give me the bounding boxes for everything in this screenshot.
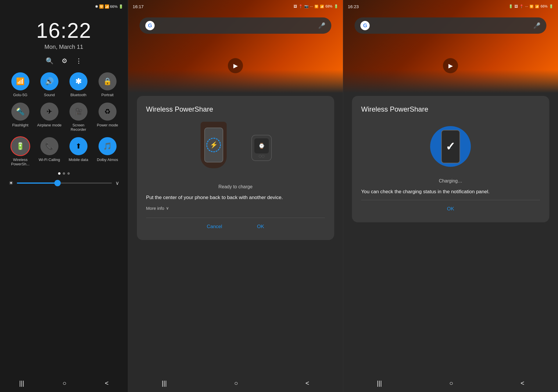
p2-search-bar[interactable]: G 🎤 (140, 17, 331, 34)
check-icon: ✓ (446, 140, 455, 153)
p2-notif-icons: 🖼 📍 📷 ··· 🛜 📶 68% 🔋 (294, 4, 338, 8)
hand-shape: ⚡ (201, 122, 227, 168)
search-icon[interactable]: 🔍 (46, 57, 53, 65)
power-mode-icon: ♻ (99, 103, 117, 121)
p3-wallpaper (343, 0, 558, 93)
tile-golu5g[interactable]: 📶 Golu-5G (7, 72, 33, 97)
mic-icon[interactable]: 🎤 (318, 22, 326, 29)
chevron-down-icon: ∨ (166, 206, 169, 210)
wps-charging-status: Charging… (439, 178, 462, 184)
tile-dolby-atmos[interactable]: 🎵 Dolby Atmos (94, 137, 121, 167)
p2-maps-icon: 📍 (298, 4, 303, 8)
page-dot-3[interactable] (67, 172, 70, 175)
tile-wireless-powershare[interactable]: 🔋 Wireless PowerSh... (7, 137, 33, 167)
p3-play-button[interactable]: ▶ (443, 58, 458, 73)
wps-illus-container: ⚡ ⌚ ◯◯ (198, 120, 273, 178)
p3-recents-button[interactable]: ||| (377, 380, 382, 387)
wps-dialog-buttons: Cancel OK (146, 218, 325, 233)
tile-flashlight[interactable]: 🔦 Flashlight (7, 103, 33, 132)
p2-home-button[interactable]: ○ (234, 380, 238, 387)
p3-navigation-bar: ||| ○ < (343, 375, 558, 392)
tile-portrait[interactable]: 🔒 Portrait (94, 72, 121, 97)
play-button[interactable]: ▶ (228, 58, 243, 73)
tile-power-mode[interactable]: ♻ Power mode (94, 103, 121, 132)
p3-home-button[interactable]: ○ (449, 380, 453, 387)
p3-search-bar[interactable]: G 🎤 (355, 17, 546, 34)
tile-mobile-data[interactable]: ⬆ Mobile data (65, 137, 92, 167)
sound-icon: 🔊 (40, 72, 58, 90)
wifi-calling-icon: 📞 (40, 137, 58, 155)
tile-bluetooth[interactable]: ✱ Bluetooth (65, 72, 92, 97)
charge-ring: ⚡ (206, 138, 221, 152)
p2-gallery2-icon: 📷 (304, 4, 309, 8)
p2-navigation-bar: ||| ○ < (128, 375, 343, 392)
airplane-icon: ✈ (40, 103, 58, 121)
brightness-icon: ☀ (9, 180, 13, 186)
flashlight-label: Flashlight (12, 123, 28, 128)
p3-battery-text: 66% (541, 4, 548, 8)
recents-button[interactable]: ||| (19, 380, 24, 387)
brightness-expand-icon[interactable]: ∨ (115, 180, 119, 186)
p2-recents-button[interactable]: ||| (162, 380, 167, 387)
bluetooth-status-icon: ✱ (95, 4, 98, 9)
tile-airplane[interactable]: ✈ Airplane mode (36, 103, 62, 132)
more-options-icon[interactable]: ⋮ (76, 57, 82, 65)
p3-signal-icon: 📶 (535, 5, 539, 8)
wps-status-text: Ready to charge (218, 184, 252, 189)
wps-ready-panel: 16:17 🖼 📍 📷 ··· 🛜 📶 68% 🔋 G 🎤 ▶ Wireless… (128, 0, 343, 392)
portrait-label: Portrait (101, 93, 114, 97)
back-button[interactable]: < (105, 380, 109, 387)
wps-charging-panel: 16:23 🔋 🖼 📍 ··· 🛜 📶 66% 🔋 G 🎤 ▶ Wireless… (343, 0, 558, 392)
p3-google-logo: G (360, 21, 370, 30)
wifi-calling-label: Wi-Fi Calling (39, 157, 60, 162)
navigation-bar: ||| ○ < (0, 375, 128, 392)
p3-back-button[interactable]: < (521, 380, 524, 387)
brightness-thumb[interactable] (54, 180, 61, 186)
airplane-label: Airplane mode (37, 123, 62, 128)
p2-gallery-icon: 🖼 (294, 4, 297, 8)
portrait-icon: 🔒 (99, 72, 117, 90)
p2-signal-icon: 📶 (320, 5, 324, 8)
wps-charging-illustration: 📱 ✓ (361, 120, 540, 173)
cancel-button[interactable]: Cancel (201, 220, 228, 233)
ok-button[interactable]: OK (251, 220, 270, 233)
home-button[interactable]: ○ (62, 380, 66, 387)
wireless-powershare-icon: 🔋 (11, 137, 29, 155)
hand-phone-group: ⚡ (201, 122, 227, 168)
more-info-row[interactable]: More info ∨ (146, 206, 169, 211)
phone-in-hand: ⚡ (204, 128, 223, 162)
wps-ok-button[interactable]: OK (441, 203, 460, 215)
signal-strength-icon: 📶 (105, 4, 109, 9)
quick-tiles-grid: 📶 Golu-5G 🔊 Sound ✱ Bluetooth 🔒 Portrait… (1, 72, 126, 167)
p2-battery-text: 68% (326, 4, 332, 8)
bluetooth-label: Bluetooth (70, 93, 86, 97)
p2-wifi-icon: 🛜 (314, 5, 319, 8)
page-dot-2[interactable] (63, 172, 65, 175)
sound-label: Sound (44, 93, 55, 97)
p3-maps-icon: 📍 (519, 4, 524, 8)
power-mode-label: Power mode (97, 123, 118, 128)
page-dot-1[interactable] (58, 172, 60, 175)
screen-recorder-icon: 🎥 (69, 103, 87, 121)
tile-sound[interactable]: 🔊 Sound (36, 72, 62, 97)
wps-illustration: ⚡ ⌚ ◯◯ (146, 120, 325, 178)
screen-recorder-label: Screen Recorder (65, 123, 92, 132)
settings-icon[interactable]: ⚙ (62, 57, 67, 65)
blue-circle: 📱 ✓ (430, 126, 471, 167)
battery-icon: 🔋 (119, 4, 123, 9)
media-play-area: ▶ (228, 58, 243, 73)
p3-status-bar: 16:23 🔋 🖼 📍 ··· 🛜 📶 66% 🔋 (343, 0, 558, 13)
brightness-slider[interactable] (17, 182, 112, 184)
flashlight-icon: 🔦 (11, 103, 29, 121)
more-info-label: More info (146, 206, 164, 211)
wps-description: Put the center of your phone back to bac… (146, 194, 283, 201)
tile-screen-recorder[interactable]: 🎥 Screen Recorder (65, 103, 92, 132)
watch-label: ◯◯ (259, 155, 264, 157)
wps-ready-dialog: Wireless PowerShare ⚡ ⌚ ◯◯ (137, 96, 334, 240)
p2-status-bar: 16:17 🖼 📍 📷 ··· 🛜 📶 68% 🔋 (128, 0, 343, 13)
quick-settings-panel: ✱ 🛜 📶 66% 🔋 16:22 Mon, March 11 🔍 ⚙ ⋮ 📶 … (0, 0, 128, 392)
wps-dialog-title: Wireless PowerShare (146, 105, 213, 113)
p2-back-button[interactable]: < (305, 380, 309, 387)
p3-mic-icon[interactable]: 🎤 (533, 22, 541, 29)
tile-wifi-calling[interactable]: 📞 Wi-Fi Calling (36, 137, 62, 167)
